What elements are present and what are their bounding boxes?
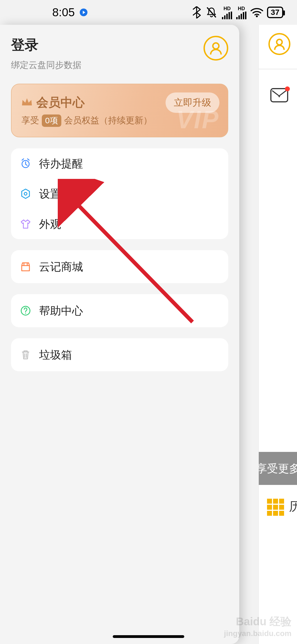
- login-title: 登录: [11, 36, 81, 54]
- svg-rect-1: [224, 15, 226, 19]
- svg-rect-5: [236, 17, 238, 19]
- svg-point-12: [213, 43, 219, 49]
- menu-group-shop: 云记商城: [11, 250, 228, 283]
- signal-1-icon: HD: [222, 6, 232, 19]
- shop-icon: [20, 261, 31, 272]
- menu-item-trash[interactable]: 垃圾箱: [11, 338, 228, 371]
- vip-title: 会员中心: [36, 94, 85, 111]
- menu-label: 外观: [39, 217, 61, 232]
- svg-point-10: [256, 15, 258, 17]
- menu-group-help: 帮助中心: [11, 294, 228, 327]
- menu-item-settings[interactable]: 设置: [11, 179, 228, 209]
- vip-card[interactable]: 会员中心 享受 0项 会员权益（持续更新） 立即升级 VIP: [11, 84, 228, 137]
- menu-item-appearance[interactable]: 外观: [11, 209, 228, 239]
- battery-icon: 37: [267, 7, 283, 18]
- login-subtitle: 绑定云盘同步数据: [11, 59, 81, 71]
- svg-rect-4: [231, 12, 232, 19]
- trash-icon: [20, 349, 31, 361]
- menu-label: 垃圾箱: [39, 347, 72, 362]
- menu-item-help[interactable]: 帮助中心: [11, 294, 228, 327]
- side-drawer: 登录 绑定云盘同步数据 会员中心 享受 0项 会员权益（持续更新） 立即升级 V…: [0, 25, 239, 644]
- menu-item-shop[interactable]: 云记商城: [11, 250, 228, 283]
- login-section[interactable]: 登录 绑定云盘同步数据: [11, 36, 228, 71]
- menu-item-todo[interactable]: 待办提醒: [11, 148, 228, 179]
- help-icon: [20, 305, 31, 316]
- svg-rect-6: [238, 15, 240, 19]
- vip-watermark: VIP: [176, 106, 219, 134]
- svg-rect-0: [222, 17, 223, 19]
- svg-point-16: [25, 313, 26, 314]
- home-indicator[interactable]: [113, 635, 184, 638]
- wifi-icon: [251, 7, 263, 17]
- crown-icon: [21, 98, 32, 107]
- peek-grid-label: 历: [289, 498, 297, 515]
- settings-hex-icon: [20, 188, 31, 200]
- menu-label: 帮助中心: [39, 303, 83, 318]
- svg-rect-7: [241, 14, 242, 19]
- alarm-icon: [20, 158, 31, 169]
- svg-rect-9: [245, 12, 246, 19]
- shirt-icon: [20, 218, 31, 230]
- notification-dot-icon: [285, 86, 290, 91]
- svg-rect-8: [243, 12, 244, 19]
- svg-point-11: [277, 39, 282, 45]
- bluetooth-icon: [192, 6, 201, 18]
- signal-2-icon: HD: [236, 6, 247, 19]
- menu-group-trash: 垃圾箱: [11, 338, 228, 371]
- svg-rect-2: [226, 14, 228, 19]
- status-bar: 8:05 HD HD 37: [0, 0, 297, 25]
- svg-rect-3: [229, 12, 230, 19]
- menu-label: 待办提醒: [39, 156, 83, 171]
- watermark: Baidu 经验 jingyan.baidu.com: [224, 614, 292, 638]
- svg-point-14: [24, 192, 27, 195]
- menu-label: 云记商城: [39, 259, 83, 274]
- media-play-icon: [80, 9, 87, 16]
- status-time: 8:05: [52, 6, 75, 19]
- peek-profile-icon[interactable]: [268, 33, 290, 55]
- menu-label: 设置: [39, 186, 61, 201]
- peek-grid-icon[interactable]: [267, 499, 284, 516]
- peek-upgrade-banner[interactable]: 享受更多: [259, 452, 297, 485]
- background-app-peek: 享受更多 历: [258, 25, 297, 644]
- profile-icon[interactable]: [204, 36, 228, 61]
- peek-mail-icon[interactable]: [270, 88, 288, 102]
- vip-count-pill: 0项: [42, 114, 61, 127]
- vibrate-silent-icon: [205, 6, 218, 18]
- menu-group-1: 待办提醒 设置 外观: [11, 148, 228, 239]
